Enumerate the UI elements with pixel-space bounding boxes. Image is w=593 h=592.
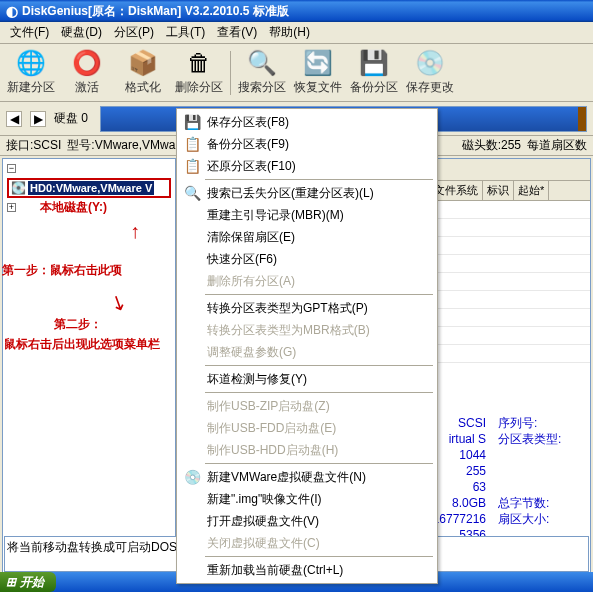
toolbar-label: 保存更改 xyxy=(406,79,454,96)
context-menu-item[interactable]: 📋备份分区表(F9) xyxy=(179,133,435,155)
start-label: 开始 xyxy=(20,574,44,591)
context-menu-item[interactable]: 🔍搜索已丢失分区(重建分区表)(L) xyxy=(179,182,435,204)
local-disk-item[interactable]: + 本地磁盘(Y:) xyxy=(7,198,171,217)
menu-item-label: 快速分区(F6) xyxy=(203,251,431,268)
column-header[interactable]: 起始* xyxy=(514,181,549,200)
context-menu-item[interactable]: 📋还原分区表(F10) xyxy=(179,155,435,177)
toolbar-icon: 🗑 xyxy=(187,49,211,77)
status-text: 将当前移动盘转换成可启动DOS系 xyxy=(7,540,189,554)
disk-icon: 💽 xyxy=(11,181,26,195)
toolbar-label: 格式化 xyxy=(125,79,161,96)
menu-item-icon: 💾 xyxy=(181,114,203,130)
toolbar-icon: 💿 xyxy=(415,49,445,77)
start-button[interactable]: ⊞ 开始 xyxy=(0,572,56,592)
info-serial: 序列号: xyxy=(498,415,537,431)
menu-item[interactable]: 帮助(H) xyxy=(263,22,316,43)
context-menu-item[interactable]: 转换分区表类型为GPT格式(P) xyxy=(179,297,435,319)
menu-item-label: 搜索已丢失分区(重建分区表)(L) xyxy=(203,185,431,202)
collapse-icon[interactable]: − xyxy=(7,164,16,173)
nav-left-button[interactable]: ◀ xyxy=(6,111,22,127)
annotation-step2a: 第二步： xyxy=(54,316,102,333)
context-menu-item[interactable]: 快速分区(F6) xyxy=(179,248,435,270)
toolbar-icon: 🔄 xyxy=(303,49,333,77)
menu-item-label: 新建".img"映像文件(I) xyxy=(203,491,431,508)
tree-root[interactable]: − xyxy=(7,163,171,174)
context-menu-item[interactable]: 重建主引导记录(MBR)(M) xyxy=(179,204,435,226)
interface-label: 接口:SCSI xyxy=(6,137,61,154)
toolbar-删除分区[interactable]: 🗑删除分区 xyxy=(172,47,226,99)
menu-item-icon: 📋 xyxy=(181,158,203,174)
info-sector: 扇区大小: xyxy=(498,511,549,527)
toolbar-搜索分区[interactable]: 🔍搜索分区 xyxy=(235,47,289,99)
windows-icon: ⊞ xyxy=(6,575,16,589)
toolbar-格式化[interactable]: 📦格式化 xyxy=(116,47,170,99)
info-bytes: 总字节数: xyxy=(498,495,549,511)
menu-item-label: 新建VMWare虚拟硬盘文件(N) xyxy=(203,469,431,486)
disk-info-box: SCSI序列号: irtual S分区表类型: 1044 255 63 8.0G… xyxy=(426,415,586,543)
menu-item-icon: 📋 xyxy=(181,136,203,152)
toolbar: 🌐新建分区⭕激活📦格式化🗑删除分区🔍搜索分区🔄恢复文件💾备份分区💿保存更改 xyxy=(0,44,593,102)
annotation-step1: 第一步：鼠标右击此项 xyxy=(2,262,122,279)
menu-item-label: 制作USB-ZIP启动盘(Z) xyxy=(203,398,431,415)
title-bar: ◐ DiskGenius[原名：DiskMan] V3.2.2010.5 标准版 xyxy=(0,0,593,22)
menu-separator xyxy=(205,556,433,557)
menu-item-label: 删除所有分区(A) xyxy=(203,273,431,290)
menu-item[interactable]: 分区(P) xyxy=(108,22,160,43)
toolbar-保存更改[interactable]: 💿保存更改 xyxy=(403,47,457,99)
menu-item-icon: 🔍 xyxy=(181,185,203,201)
menu-item-label: 制作USB-FDD启动盘(E) xyxy=(203,420,431,437)
hd0-label: HD0:VMware,VMware V xyxy=(28,181,154,195)
task-item[interactable] xyxy=(58,573,78,591)
menu-item-label: 重建主引导记录(MBR)(M) xyxy=(203,207,431,224)
toolbar-icon: 🌐 xyxy=(16,49,46,77)
context-menu-item[interactable]: 重新加载当前硬盘(Ctrl+L) xyxy=(179,559,435,581)
column-headers: 文件系统标识起始* xyxy=(430,181,590,201)
menu-item-label: 制作USB-HDD启动盘(H) xyxy=(203,442,431,459)
context-menu-item: 制作USB-ZIP启动盘(Z) xyxy=(179,395,435,417)
toolbar-激活[interactable]: ⭕激活 xyxy=(60,47,114,99)
toolbar-恢复文件[interactable]: 🔄恢复文件 xyxy=(291,47,345,99)
menu-separator xyxy=(205,179,433,180)
heads-label: 磁头数:255 xyxy=(462,137,521,154)
menu-item[interactable]: 硬盘(D) xyxy=(55,22,108,43)
menu-item[interactable]: 查看(V) xyxy=(211,22,263,43)
menu-item-label: 坏道检测与修复(Y) xyxy=(203,371,431,388)
context-menu-item[interactable]: 打开虚拟硬盘文件(V) xyxy=(179,510,435,532)
window-title: DiskGenius[原名：DiskMan] V3.2.2010.5 标准版 xyxy=(22,0,289,22)
menu-item[interactable]: 文件(F) xyxy=(4,22,55,43)
context-menu-item[interactable]: 新建".img"映像文件(I) xyxy=(179,488,435,510)
context-menu-item[interactable]: 💿新建VMWare虚拟硬盘文件(N) xyxy=(179,466,435,488)
menu-separator xyxy=(205,392,433,393)
toolbar-label: 搜索分区 xyxy=(238,79,286,96)
sectors-label: 每道扇区数 xyxy=(527,137,587,154)
task-item[interactable] xyxy=(80,573,100,591)
toolbar-label: 删除分区 xyxy=(175,79,223,96)
menu-item-label: 关闭虚拟硬盘文件(C) xyxy=(203,535,431,552)
context-menu-item: 关闭虚拟硬盘文件(C) xyxy=(179,532,435,554)
toolbar-icon: 📦 xyxy=(128,49,158,77)
column-header[interactable]: 标识 xyxy=(483,181,514,200)
app-icon: ◐ xyxy=(6,0,18,22)
context-menu-item[interactable]: 坏道检测与修复(Y) xyxy=(179,368,435,390)
model-label: 型号:VMware,VMwa xyxy=(67,137,175,154)
menu-item-label: 清除保留扇区(E) xyxy=(203,229,431,246)
context-menu-item: 删除所有分区(A) xyxy=(179,270,435,292)
toolbar-label: 激活 xyxy=(75,79,99,96)
context-menu: 💾保存分区表(F8)📋备份分区表(F9)📋还原分区表(F10)🔍搜索已丢失分区(… xyxy=(176,108,438,584)
menu-separator xyxy=(205,463,433,464)
menu-item[interactable]: 工具(T) xyxy=(160,22,211,43)
menu-item-icon: 💿 xyxy=(181,469,203,485)
context-menu-item[interactable]: 💾保存分区表(F8) xyxy=(179,111,435,133)
toolbar-备份分区[interactable]: 💾备份分区 xyxy=(347,47,401,99)
info-type: 分区表类型: xyxy=(498,431,561,447)
toolbar-icon: 🔍 xyxy=(247,49,277,77)
annotation-step2b: 鼠标右击后出现此选项菜单栏 xyxy=(4,336,160,353)
nav-right-button[interactable]: ▶ xyxy=(30,111,46,127)
toolbar-label: 新建分区 xyxy=(7,79,55,96)
toolbar-新建分区[interactable]: 🌐新建分区 xyxy=(4,47,58,99)
hd0-item[interactable]: 💽 HD0:VMware,VMware V xyxy=(7,178,171,198)
local-disk-label: 本地磁盘(Y:) xyxy=(18,199,107,216)
arrow-1: ↑ xyxy=(130,220,140,243)
context-menu-item[interactable]: 清除保留扇区(E) xyxy=(179,226,435,248)
expand-icon[interactable]: + xyxy=(7,203,16,212)
